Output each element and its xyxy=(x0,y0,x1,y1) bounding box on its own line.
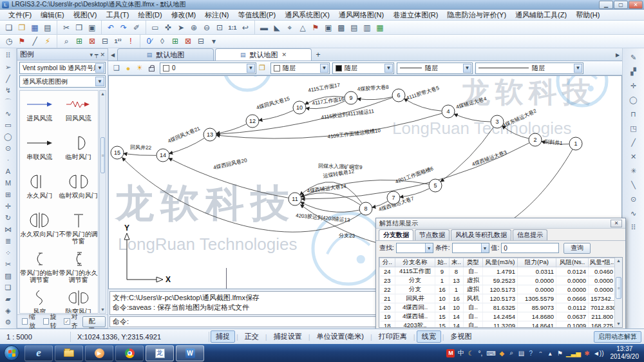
select-add-icon[interactable]: ⊞ xyxy=(73,35,85,47)
unlock-icon[interactable] xyxy=(146,62,157,74)
color-select[interactable]: 随层 ▼ xyxy=(270,62,330,74)
tray-moon-icon[interactable]: ☾ xyxy=(467,350,474,357)
legend-category-select[interactable]: 通风系统图图例 ▼ xyxy=(19,75,106,88)
table-row[interactable]: 194煤西辅..1514自..14.245414.86800.0637211.8… xyxy=(380,312,616,321)
sketch-line-icon[interactable]: ╱ xyxy=(29,35,41,47)
menu-item-8[interactable]: 等值线图(P) xyxy=(234,10,281,21)
send-to-back-icon[interactable]: ▩ xyxy=(336,22,347,33)
table-row[interactable]: 23分支113虚拟59.25230.00000.00000.0000 xyxy=(380,276,616,285)
bring-to-front-icon[interactable]: ▣ xyxy=(323,22,334,33)
menu-item-14[interactable]: 帮助(H) xyxy=(571,10,604,21)
ellipse-tool-icon[interactable]: ⊙ xyxy=(2,142,15,154)
trim-tool-icon[interactable]: ✂ xyxy=(2,258,15,270)
curve-tool-icon[interactable]: ∿ xyxy=(2,108,15,119)
grip-dots-icon[interactable]: ⠿ xyxy=(2,50,15,61)
spline-tool-icon[interactable]: ╲ xyxy=(627,178,640,192)
legend-item-temp-door[interactable]: 临时风门 xyxy=(59,132,99,171)
dialog-tab-1[interactable]: 分支数据 xyxy=(379,229,413,240)
junction-node-3[interactable]: 3 xyxy=(491,115,504,128)
table-row[interactable]: 22分支161虚拟120.51730.00000.00000.0000 xyxy=(380,285,616,294)
line-tool-icon[interactable]: ╱ xyxy=(2,73,15,84)
results-scrollbar[interactable]: ▲ ≡ ▼ xyxy=(614,258,622,327)
legend-item-air-curtain[interactable]: 风帘 xyxy=(20,287,59,314)
polyline-tool-icon[interactable]: ↯ xyxy=(2,84,15,96)
junction-node-12[interactable]: 12 xyxy=(246,115,259,128)
value-input[interactable]: 0 xyxy=(501,243,559,253)
column-header[interactable]: 风阻(Ns.. xyxy=(556,258,589,267)
tray-punct-icon[interactable]: °, xyxy=(477,350,484,357)
tray-help-blue-icon[interactable]: ? xyxy=(527,350,535,357)
cut-icon[interactable]: ✂ xyxy=(61,22,72,33)
scroll-thumb[interactable]: ≡ xyxy=(616,277,621,299)
junction-node-13[interactable]: 13 xyxy=(204,128,216,141)
tunnel-draw-icon[interactable]: ▬ xyxy=(258,22,270,33)
lineweight-select[interactable]: 随层 ▼ xyxy=(475,62,583,74)
zoom-out-icon[interactable]: ⊖ xyxy=(201,22,213,33)
region-add-icon[interactable]: ⊞ xyxy=(169,35,181,47)
menu-item-6[interactable]: 修改(M) xyxy=(167,10,201,21)
number-label-icon[interactable]: 1²³ xyxy=(112,35,124,47)
menu-item-9[interactable]: 通风系统图(X) xyxy=(280,10,334,21)
chevron-down-icon[interactable]: ▼ xyxy=(320,64,328,73)
lightbulb-icon[interactable]: ● xyxy=(122,62,134,74)
copy-icon[interactable]: ❒ xyxy=(73,22,85,33)
lightning-solve-icon[interactable]: ⚡ xyxy=(42,35,53,47)
legend-item-series-airflow[interactable]: 串联风流 xyxy=(20,132,59,171)
pan-icon[interactable]: ✜ xyxy=(162,22,174,33)
menu-item-13[interactable]: 通风辅助工具(Z) xyxy=(511,10,571,21)
junction-node-6[interactable]: 6 xyxy=(392,89,405,102)
legend-scrollbar[interactable]: ▲ ≡ ▼ xyxy=(99,90,106,314)
text-a-tool-icon[interactable]: A xyxy=(2,166,15,177)
tab-close-icon[interactable]: ✕ xyxy=(281,52,287,58)
red-flag-icon[interactable]: ⚑ xyxy=(16,35,28,47)
rotate-tool-icon[interactable]: ↻ xyxy=(2,212,15,224)
dialog-tab-4[interactable]: 信息提示 xyxy=(513,229,547,240)
tray-show-hidden-icon[interactable]: ▴ xyxy=(547,350,554,357)
pencil-tool-icon[interactable]: ✎ xyxy=(627,50,640,64)
column-header[interactable]: 风量*阻.. xyxy=(589,258,616,267)
table-row[interactable]: 204煤西回..1410自..81.632585.90730.01127012.… xyxy=(380,303,616,312)
circle-draw-tool-icon[interactable]: ◯ xyxy=(627,93,640,107)
maximize-button[interactable]: ▢ xyxy=(614,1,628,9)
legend-item-perm-door[interactable]: 永久风门 xyxy=(20,171,59,209)
pointer-tool-icon[interactable]: ➢ xyxy=(2,61,15,73)
region-fence-icon[interactable]: ⊟ xyxy=(195,35,207,47)
menu-item-3[interactable]: 视图(V) xyxy=(69,10,102,21)
taskbar-app-explorer[interactable] xyxy=(55,345,83,361)
junction-node-1[interactable]: 1 xyxy=(569,137,582,150)
move-tool-icon[interactable]: ✛ xyxy=(2,200,15,212)
chevron-down-icon[interactable]: ▼ xyxy=(95,77,104,86)
table-row[interactable]: 184203胶..1514自..11.320914.86410.1009168.… xyxy=(380,321,616,329)
legend-item-inlet-airflow[interactable]: 进风风流 xyxy=(20,93,59,132)
config-button[interactable]: 配置 xyxy=(82,316,106,327)
start-button[interactable] xyxy=(4,345,19,361)
paste-icon[interactable]: ▣ xyxy=(86,22,98,33)
paint-tool-icon[interactable]: ▰ xyxy=(2,293,15,305)
tray-app-orange-icon[interactable]: ◆ xyxy=(498,350,506,357)
taskbar-app-wmp[interactable]: ▶ xyxy=(85,345,113,361)
legend-item-perm-double-door[interactable]: 永久双向风门 xyxy=(20,209,59,248)
legend-item-temp-double-door[interactable]: 临时双向风门 xyxy=(59,171,99,209)
column-header[interactable]: 阻力(Pa) xyxy=(518,258,556,267)
menu-item-2[interactable]: 编辑(E) xyxy=(36,10,69,21)
select-subtract-icon[interactable]: ⊠ xyxy=(86,35,98,47)
table-row[interactable]: 21回风井1016风机120.51731305.55790.0666157342… xyxy=(380,294,616,303)
region-subtract-icon[interactable]: ⊠ xyxy=(182,35,194,47)
circle-tool-icon[interactable]: ◯ xyxy=(2,131,15,142)
status-toggle-2[interactable]: 正交 xyxy=(240,330,264,343)
grid-tool-icon[interactable]: ⊞ xyxy=(2,189,15,200)
node-tool-icon[interactable]: ⊙ xyxy=(627,192,640,206)
line-draw-tool-icon[interactable]: ╱ xyxy=(627,135,640,149)
junction-node-7[interactable]: 7 xyxy=(387,191,400,204)
arc-tool-icon[interactable]: ⌒ xyxy=(2,96,15,108)
pointer-icon[interactable]: ➤ xyxy=(175,22,187,33)
checkbox-3[interactable]: ✓ xyxy=(64,318,70,325)
chevron-down-icon[interactable]: ▼ xyxy=(384,64,393,73)
legend-item-regulator-no-door[interactable]: 不带风门的调节窗 xyxy=(59,209,99,248)
panel-close-icon[interactable]: ✕ xyxy=(100,52,105,58)
ungroup-objects-icon[interactable]: ▥ xyxy=(361,22,373,33)
column-header[interactable]: 始.. xyxy=(435,258,450,267)
legend-item-temp-regulator[interactable]: 带风门的临时调节窗 xyxy=(20,248,59,287)
break-tool-icon[interactable]: ✕ xyxy=(627,149,640,164)
null-slash-icon[interactable]: 0∕ xyxy=(144,35,155,47)
